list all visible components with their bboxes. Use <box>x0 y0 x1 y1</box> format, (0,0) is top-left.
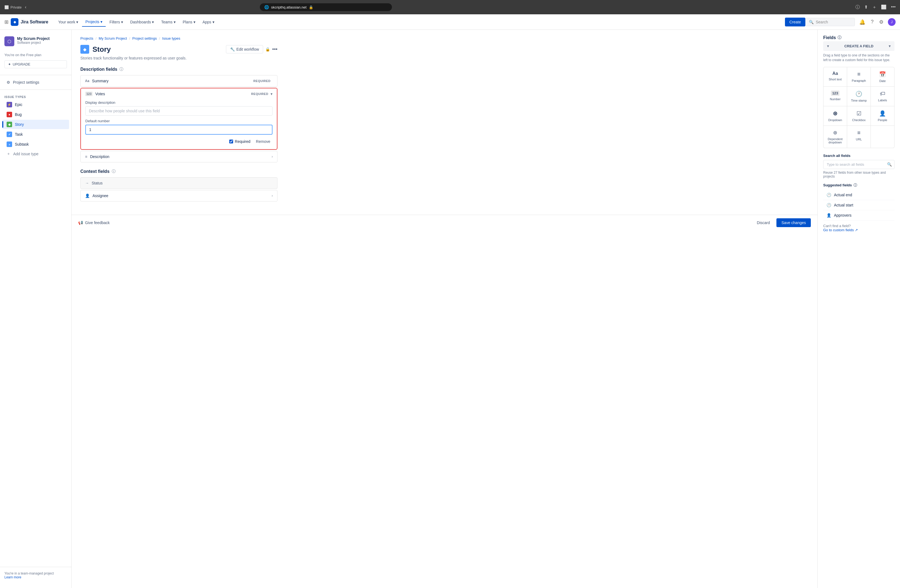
go-to-custom-fields[interactable]: Go to custom fields ↗ <box>823 228 858 232</box>
field-types-grid: Aa Short text ≡ Paragraph 📅 Date 123 Num… <box>823 67 894 148</box>
help-icon[interactable]: ? <box>870 18 875 26</box>
sidebar-item-epic[interactable]: ⚡ Epic <box>2 100 69 109</box>
task-icon: ✓ <box>6 132 12 137</box>
edit-workflow-button[interactable]: 🔧 Edit workflow <box>226 45 263 53</box>
page-icon: ◆ <box>81 45 89 54</box>
context-fields-section: Context fields ⓘ → Status 👤 Assignee › <box>81 169 278 202</box>
remove-button[interactable]: Remove <box>254 138 273 145</box>
search-icon: 🔍 <box>809 20 813 24</box>
breadcrumb-settings[interactable]: Project settings <box>132 36 157 40</box>
dropdown-icon: ⊛ <box>833 110 838 117</box>
assignee-chevron-icon: › <box>272 194 273 198</box>
fields-info-icon[interactable]: ⓘ <box>838 35 841 40</box>
field-type-dependent-dropdown[interactable]: ⊛ Dependent dropdown <box>824 126 847 148</box>
suggested-label: Suggested fields ⓘ <box>823 183 894 188</box>
sidebar-project: ⬡ My Scrum Project Software project <box>0 34 71 51</box>
app-wrapper: ⊞ ◆ Jira Software Your work Projects Fil… <box>0 14 900 588</box>
sidebar-settings[interactable]: ⚙ Project settings <box>2 78 69 87</box>
context-info-icon[interactable]: ⓘ <box>112 169 116 174</box>
field-type-number[interactable]: 123 Number <box>824 87 847 106</box>
create-field-hint: Drag a field type to one of the sections… <box>823 53 894 62</box>
globe-icon: 🌐 <box>264 5 269 9</box>
context-section-title: Context fields <box>81 169 110 174</box>
status-icon: → <box>85 181 89 185</box>
lock-icon[interactable]: 🔒 <box>265 47 270 51</box>
suggested-actual-start[interactable]: 🕐 Actual start <box>823 200 894 210</box>
address-bar[interactable]: 🌐 skcripthq.atlassian.net 🔒 <box>260 3 392 11</box>
summary-icon: Aa <box>85 79 89 83</box>
field-type-labels[interactable]: 🏷 Labels <box>871 87 894 106</box>
save-button[interactable]: Save changes <box>776 218 811 227</box>
field-type-paragraph[interactable]: ≡ Paragraph <box>847 67 871 87</box>
nav-your-work[interactable]: Your work <box>55 18 81 26</box>
content-area: Projects / My Scrum Project / Project se… <box>71 30 818 588</box>
more-icon[interactable]: ••• <box>891 5 895 10</box>
required-checkbox[interactable]: Required <box>229 139 250 144</box>
suggested-actual-end[interactable]: 🕐 Actual end <box>823 190 894 200</box>
avatar[interactable]: J <box>888 18 895 26</box>
nav-apps[interactable]: Apps <box>199 18 218 26</box>
sidebar-item-story[interactable]: ◆ Story <box>2 120 69 129</box>
field-type-url[interactable]: ≡ URL <box>847 126 871 148</box>
approvers-icon: 👤 <box>827 213 831 217</box>
field-type-date[interactable]: 📅 Date <box>871 67 894 87</box>
display-description-input[interactable] <box>85 106 273 116</box>
content-inner: Projects / My Scrum Project / Project se… <box>71 30 286 215</box>
field-type-timestamp[interactable]: 🕐 Time stamp <box>847 87 871 106</box>
grid-icon[interactable]: ⊞ <box>5 19 9 25</box>
default-number-label: Default number <box>85 119 273 123</box>
suggested-info-icon[interactable]: ⓘ <box>853 183 857 188</box>
required-checkbox-input[interactable] <box>229 140 233 143</box>
bell-icon[interactable]: 🔔 <box>858 18 866 26</box>
windows-icon[interactable]: ⬜ <box>881 5 886 10</box>
field-type-checkbox[interactable]: ☑ Checkbox <box>847 106 871 126</box>
nav-plans[interactable]: Plans <box>180 18 199 26</box>
info-icon[interactable]: ⓘ <box>855 5 860 10</box>
dependent-dropdown-icon: ⊛ <box>833 130 837 136</box>
votes-field-header[interactable]: 123 Votes REQUIRED ▾ <box>81 88 277 99</box>
star-icon: ✦ <box>8 62 11 66</box>
add-issue-type[interactable]: ＋ Add issue type <box>2 149 69 158</box>
back-button[interactable]: ‹ <box>25 5 26 9</box>
give-feedback[interactable]: 📢 Give feedback <box>78 220 110 225</box>
description-info-icon[interactable]: ⓘ <box>119 67 123 72</box>
project-name: My Scrum Project <box>17 36 67 41</box>
sidebar-item-subtask[interactable]: ⬦ Subtask <box>2 140 69 149</box>
sidebar-item-task[interactable]: ✓ Task <box>2 130 69 139</box>
field-type-short-text[interactable]: Aa Short text <box>824 67 847 87</box>
assignee-field-row[interactable]: 👤 Assignee › <box>81 190 278 202</box>
description-field-row[interactable]: ≡ Description › <box>81 151 278 163</box>
more-options-icon[interactable]: ••• <box>272 47 278 52</box>
labels-icon: 🏷 <box>880 91 885 97</box>
votes-field-footer: Required Remove <box>85 135 273 145</box>
field-type-people[interactable]: 👤 People <box>871 106 894 126</box>
page-title: Story <box>93 45 111 54</box>
project-info: My Scrum Project Software project <box>17 36 67 45</box>
breadcrumb-projects[interactable]: Projects <box>81 36 93 40</box>
search-bar[interactable]: 🔍 Search <box>805 18 855 26</box>
summary-field-row[interactable]: Aa Summary REQUIRED <box>81 75 278 87</box>
issue-types-section: Issue types <box>0 92 71 100</box>
nav-projects[interactable]: Projects <box>82 17 106 27</box>
breadcrumb-project[interactable]: My Scrum Project <box>99 36 127 40</box>
suggested-approvers[interactable]: 👤 Approvers <box>823 210 894 220</box>
create-field-header[interactable]: ▾ CREATE A FIELD ▾ <box>823 41 894 51</box>
share-icon[interactable]: ⬆ <box>864 5 868 10</box>
create-button[interactable]: Create <box>785 18 805 26</box>
browser-chrome: ⬜ Private ‹ 🌐 skcripthq.atlassian.net 🔒 … <box>0 0 900 14</box>
field-type-dropdown[interactable]: ⊛ Dropdown <box>824 106 847 126</box>
new-tab-icon[interactable]: ＋ <box>872 5 877 10</box>
nav-filters[interactable]: Filters <box>106 18 126 26</box>
settings-icon[interactable]: ⚙ <box>878 18 884 26</box>
sidebar-item-bug[interactable]: ● Bug <box>2 110 69 119</box>
workflow-icon: 🔧 <box>230 47 235 51</box>
discard-button[interactable]: Discard <box>754 218 773 227</box>
nav-teams[interactable]: Teams <box>158 18 178 26</box>
app-logo: ◆ Jira Software <box>11 18 48 26</box>
search-all-fields-input[interactable] <box>823 160 894 169</box>
upgrade-button[interactable]: ✦ UPGRADE <box>5 60 67 68</box>
nav-dashboards[interactable]: Dashboards <box>127 18 157 26</box>
breadcrumb-issue-types[interactable]: Issue types <box>162 36 180 40</box>
footer-learn-more[interactable]: Learn more <box>5 576 21 579</box>
default-number-input[interactable] <box>85 125 273 135</box>
